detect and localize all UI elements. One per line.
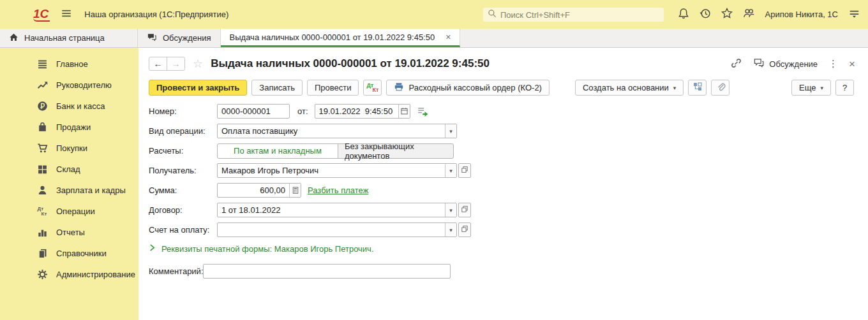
more-commands-icon[interactable]: ⋮ [828,58,838,69]
number-row: Номер: от: [149,104,868,119]
post-and-close-button[interactable]: Провести и закрыть [149,80,247,96]
settlements-row: Расчеты: По актам и накладным Без закрыв… [149,143,868,158]
sidebar-item-label: Справочники [56,249,107,258]
printer-icon [394,82,404,94]
operation-select[interactable] [218,124,445,138]
back-button[interactable]: ← [149,57,167,71]
invoice-label: Счет на оплату: [149,225,217,235]
attachments-button[interactable] [711,80,730,96]
amount-label: Сумма: [149,185,217,195]
cart-icon [36,143,48,154]
sidebar-item-spravochniki[interactable]: Справочники [0,243,138,264]
sidebar-item-administrirovanie[interactable]: Администрирование [0,264,138,285]
link-icon [730,57,742,71]
logo-1c: 1С [33,8,50,22]
global-search[interactable] [483,8,664,22]
contract-label: Договор: [149,205,217,215]
sidebar-item-bank-i-kassa[interactable]: Банк и касса [0,96,138,117]
related-documents-button[interactable] [688,80,707,96]
number-label: Номер: [149,106,217,116]
tab-discussions[interactable]: Обсуждения [138,29,221,47]
sidebar-item-otchety[interactable]: Отчеты [0,222,138,243]
forward-button[interactable]: → [167,57,185,71]
print-order-button[interactable]: Расходный кассовый ордер (КО-2) [386,80,550,96]
sidebar-item-label: Главное [56,59,88,69]
calculator-icon[interactable] [289,184,301,197]
chat-outline-icon [753,57,765,70]
bag-icon [36,122,48,133]
copy-link-button[interactable] [730,57,742,71]
help-button[interactable]: ? [835,80,854,96]
invoice-open-button[interactable] [458,222,471,237]
search-input[interactable] [500,10,659,20]
sections-panel: Главное Руководителю Банк и касса Продаж… [0,48,138,320]
split-payment-link[interactable]: Разбить платеж [308,185,368,195]
sidebar-item-label: Администрирование [56,270,135,279]
favorite-star-icon[interactable]: ☆ [193,58,203,69]
date-input[interactable] [315,105,398,118]
current-user[interactable]: Арипов Никита, 1С [765,10,838,19]
tab-label: Начальная страница [24,33,105,43]
service-menu-button[interactable] [848,8,860,21]
sidebar-item-prodazhi[interactable]: Продажи [0,117,138,138]
tab-home[interactable]: Начальная страница [0,29,138,47]
post-button[interactable]: Провести [307,80,359,96]
document-movements-icon[interactable] [417,106,428,117]
main-menu-button[interactable] [61,8,72,21]
notifications-button[interactable] [678,8,689,21]
sidebar-item-rukovoditelyu[interactable]: Руководителю [0,75,138,96]
sidebar-item-label: Операции [56,207,95,216]
1c-enterprise-window: 1С Наша организация (1С:Предприятие) [0,0,868,320]
recipient-open-button[interactable] [458,163,471,178]
amount-input[interactable] [218,184,289,197]
settlements-option-acts[interactable]: По актам и накладным [217,143,338,159]
comment-input[interactable] [204,265,450,278]
print-form-note: Реквизиты печатной формы: Макаров Игорь … [161,244,374,254]
favorites-button[interactable] [721,8,733,21]
users-button[interactable] [743,8,755,21]
show-postings-button[interactable]: Дт Кт [363,80,382,96]
sidebar-item-operacii[interactable]: ДтКт Операции [0,201,138,222]
dropdown-arrow-icon[interactable]: ▾ [445,203,456,217]
number-input[interactable] [218,105,289,118]
date-label: от: [297,106,308,116]
app-title: Наша организация (1С:Предприятие) [84,10,228,19]
sidebar-item-label: Продажи [56,122,91,132]
save-button[interactable]: Записать [251,80,303,96]
chevron-down-icon: ▾ [673,85,677,91]
sidebar-item-glavnoe[interactable]: Главное [0,54,138,75]
history-button[interactable] [700,8,711,21]
sidebar-item-pokupki[interactable]: Покупки [0,138,138,159]
comment-label: Комментарий: [149,266,203,276]
contract-open-button[interactable] [458,203,471,217]
page-title: Выдача наличных 0000-000001 от 19.01.202… [211,57,490,70]
tab-close-icon[interactable]: × [445,33,451,41]
sidebar-item-sklad[interactable]: Склад [0,159,138,180]
home-icon [9,33,19,44]
comment-row: Комментарий: [149,264,868,279]
close-form-icon[interactable]: × [849,59,855,69]
recipient-label: Получатель: [149,166,217,175]
dropdown-arrow-icon[interactable]: ▾ [445,164,456,177]
contract-row: Договор: ▾ [149,203,868,217]
dropdown-arrow-icon[interactable]: ▾ [445,124,456,138]
contract-input[interactable] [218,203,445,217]
sidebar-item-label: Склад [56,164,80,174]
print-form-expander[interactable]: Реквизиты печатной формы: Макаров Игорь … [149,242,868,255]
dropdown-arrow-icon[interactable]: ▾ [445,223,456,236]
sidebar-item-zarplata-i-kadry[interactable]: Зарплата и кадры [0,180,138,201]
invoice-input[interactable] [218,223,445,236]
calendar-icon[interactable] [398,105,410,118]
tab-document[interactable]: Выдача наличных 0000-000001 от 19.01.202… [221,29,461,47]
settlements-option-no-docs[interactable]: Без закрывающих документов [338,143,454,159]
paperclip-icon [715,82,726,94]
more-button[interactable]: Еще ▾ [791,80,831,96]
chevron-right-icon [149,244,156,254]
create-based-on-button[interactable]: Создать на основании ▾ [575,80,684,96]
open-windows-icon [461,205,468,215]
menu-lines-icon [36,59,48,69]
discussion-button[interactable]: Обсуждение [753,57,818,70]
kt-label: Кт [373,87,379,93]
recipient-input[interactable] [218,164,445,177]
ruble-icon [36,101,48,112]
